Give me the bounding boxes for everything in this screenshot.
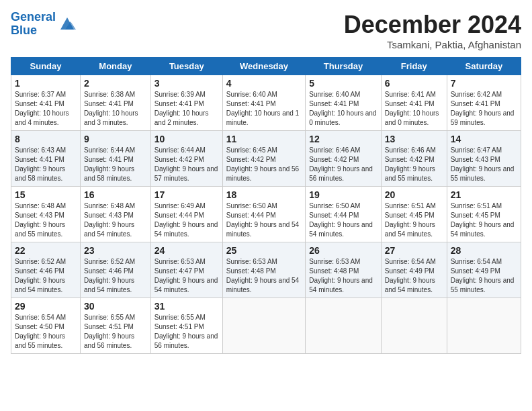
day-info: Sunrise: 6:55 AM Sunset: 4:51 PM Dayligh… — [154, 313, 219, 351]
table-row: 6Sunrise: 6:41 AM Sunset: 4:41 PM Daylig… — [381, 75, 447, 131]
day-number: 25 — [226, 245, 302, 256]
day-info: Sunrise: 6:40 AM Sunset: 4:41 PM Dayligh… — [226, 90, 302, 128]
table-row: 18Sunrise: 6:50 AM Sunset: 4:44 PM Dayli… — [222, 187, 306, 242]
col-header-friday: Friday — [381, 58, 447, 75]
day-info: Sunrise: 6:51 AM Sunset: 4:45 PM Dayligh… — [451, 201, 517, 239]
table-row — [222, 298, 306, 354]
day-info: Sunrise: 6:53 AM Sunset: 4:47 PM Dayligh… — [154, 257, 219, 295]
day-info: Sunrise: 6:44 AM Sunset: 4:42 PM Dayligh… — [154, 146, 219, 183]
day-info: Sunrise: 6:43 AM Sunset: 4:41 PM Dayligh… — [15, 146, 77, 183]
table-row: 31Sunrise: 6:55 AM Sunset: 4:51 PM Dayli… — [150, 298, 222, 354]
day-number: 19 — [309, 189, 377, 200]
day-number: 12 — [309, 134, 377, 144]
day-info: Sunrise: 6:54 AM Sunset: 4:50 PM Dayligh… — [15, 313, 77, 351]
day-number: 14 — [451, 134, 517, 144]
table-row: 1Sunrise: 6:37 AM Sunset: 4:41 PM Daylig… — [11, 75, 81, 131]
table-row: 8Sunrise: 6:43 AM Sunset: 4:41 PM Daylig… — [11, 131, 81, 187]
table-row: 27Sunrise: 6:54 AM Sunset: 4:49 PM Dayli… — [381, 242, 447, 298]
day-info: Sunrise: 6:52 AM Sunset: 4:46 PM Dayligh… — [84, 257, 147, 295]
day-info: Sunrise: 6:50 AM Sunset: 4:44 PM Dayligh… — [309, 201, 377, 239]
calendar-week-5: 29Sunrise: 6:54 AM Sunset: 4:50 PM Dayli… — [11, 298, 521, 354]
day-number: 15 — [15, 189, 77, 200]
logo-icon — [57, 16, 77, 32]
day-info: Sunrise: 6:44 AM Sunset: 4:41 PM Dayligh… — [84, 146, 147, 183]
day-number: 2 — [84, 78, 147, 89]
day-number: 21 — [451, 189, 517, 200]
table-row: 16Sunrise: 6:48 AM Sunset: 4:43 PM Dayli… — [81, 187, 151, 242]
day-number: 18 — [226, 189, 302, 200]
day-number: 29 — [15, 301, 77, 312]
day-info: Sunrise: 6:55 AM Sunset: 4:51 PM Dayligh… — [84, 313, 147, 351]
day-info: Sunrise: 6:52 AM Sunset: 4:46 PM Dayligh… — [15, 257, 77, 295]
day-number: 16 — [84, 189, 147, 200]
table-row: 26Sunrise: 6:53 AM Sunset: 4:48 PM Dayli… — [306, 242, 381, 298]
calendar-table: SundayMondayTuesdayWednesdayThursdayFrid… — [11, 57, 521, 354]
table-row: 12Sunrise: 6:46 AM Sunset: 4:42 PM Dayli… — [306, 131, 381, 187]
day-info: Sunrise: 6:40 AM Sunset: 4:41 PM Dayligh… — [309, 90, 377, 128]
day-number: 8 — [15, 134, 77, 144]
day-number: 11 — [226, 134, 302, 144]
table-row: 23Sunrise: 6:52 AM Sunset: 4:46 PM Dayli… — [81, 242, 151, 298]
table-row: 19Sunrise: 6:50 AM Sunset: 4:44 PM Dayli… — [306, 187, 381, 242]
day-number: 28 — [451, 245, 517, 256]
day-info: Sunrise: 6:45 AM Sunset: 4:42 PM Dayligh… — [226, 146, 302, 183]
col-header-wednesday: Wednesday — [222, 58, 306, 75]
table-row — [306, 298, 381, 354]
title-block: December 2024 Tsamkani, Paktia, Afghanis… — [344, 11, 521, 50]
table-row — [447, 298, 521, 354]
day-number: 27 — [385, 245, 443, 256]
day-info: Sunrise: 6:53 AM Sunset: 4:48 PM Dayligh… — [226, 257, 302, 295]
table-row: 28Sunrise: 6:54 AM Sunset: 4:49 PM Dayli… — [447, 242, 521, 298]
table-row: 2Sunrise: 6:38 AM Sunset: 4:41 PM Daylig… — [81, 75, 151, 131]
day-number: 3 — [154, 78, 219, 89]
table-row: 17Sunrise: 6:49 AM Sunset: 4:44 PM Dayli… — [150, 187, 222, 242]
calendar-week-3: 15Sunrise: 6:48 AM Sunset: 4:43 PM Dayli… — [11, 187, 521, 242]
table-row: 4Sunrise: 6:40 AM Sunset: 4:41 PM Daylig… — [222, 75, 306, 131]
table-row: 13Sunrise: 6:46 AM Sunset: 4:42 PM Dayli… — [381, 131, 447, 187]
page-header: General Blue December 2024 Tsamkani, Pak… — [11, 11, 521, 50]
day-number: 26 — [309, 245, 377, 256]
day-info: Sunrise: 6:46 AM Sunset: 4:42 PM Dayligh… — [309, 146, 377, 183]
day-info: Sunrise: 6:48 AM Sunset: 4:43 PM Dayligh… — [15, 201, 77, 239]
day-number: 6 — [385, 78, 443, 89]
table-row: 3Sunrise: 6:39 AM Sunset: 4:41 PM Daylig… — [150, 75, 222, 131]
col-header-monday: Monday — [81, 58, 151, 75]
table-row: 20Sunrise: 6:51 AM Sunset: 4:45 PM Dayli… — [381, 187, 447, 242]
calendar-week-1: 1Sunrise: 6:37 AM Sunset: 4:41 PM Daylig… — [11, 75, 521, 131]
table-row: 11Sunrise: 6:45 AM Sunset: 4:42 PM Dayli… — [222, 131, 306, 187]
table-row: 15Sunrise: 6:48 AM Sunset: 4:43 PM Dayli… — [11, 187, 81, 242]
day-info: Sunrise: 6:54 AM Sunset: 4:49 PM Dayligh… — [385, 257, 443, 295]
calendar-week-4: 22Sunrise: 6:52 AM Sunset: 4:46 PM Dayli… — [11, 242, 521, 298]
day-number: 24 — [154, 245, 219, 256]
table-row: 10Sunrise: 6:44 AM Sunset: 4:42 PM Dayli… — [150, 131, 222, 187]
table-row: 5Sunrise: 6:40 AM Sunset: 4:41 PM Daylig… — [306, 75, 381, 131]
logo: General Blue — [11, 11, 77, 38]
col-header-thursday: Thursday — [306, 58, 381, 75]
day-info: Sunrise: 6:50 AM Sunset: 4:44 PM Dayligh… — [226, 201, 302, 239]
day-info: Sunrise: 6:53 AM Sunset: 4:48 PM Dayligh… — [309, 257, 377, 295]
day-info: Sunrise: 6:49 AM Sunset: 4:44 PM Dayligh… — [154, 201, 219, 239]
day-number: 9 — [84, 134, 147, 144]
table-row: 29Sunrise: 6:54 AM Sunset: 4:50 PM Dayli… — [11, 298, 81, 354]
day-number: 1 — [15, 78, 77, 89]
col-header-sunday: Sunday — [11, 58, 81, 75]
table-row: 7Sunrise: 6:42 AM Sunset: 4:41 PM Daylig… — [447, 75, 521, 131]
logo-text: General Blue — [11, 11, 56, 38]
table-row: 9Sunrise: 6:44 AM Sunset: 4:41 PM Daylig… — [81, 131, 151, 187]
day-number: 31 — [154, 301, 219, 312]
table-row: 25Sunrise: 6:53 AM Sunset: 4:48 PM Dayli… — [222, 242, 306, 298]
day-info: Sunrise: 6:37 AM Sunset: 4:41 PM Dayligh… — [15, 90, 77, 128]
col-header-saturday: Saturday — [447, 58, 521, 75]
day-number: 20 — [385, 189, 443, 200]
day-number: 10 — [154, 134, 219, 144]
day-info: Sunrise: 6:42 AM Sunset: 4:41 PM Dayligh… — [451, 90, 517, 128]
day-number: 17 — [154, 189, 219, 200]
day-number: 23 — [84, 245, 147, 256]
day-info: Sunrise: 6:38 AM Sunset: 4:41 PM Dayligh… — [84, 90, 147, 128]
calendar-week-2: 8Sunrise: 6:43 AM Sunset: 4:41 PM Daylig… — [11, 131, 521, 187]
day-info: Sunrise: 6:54 AM Sunset: 4:49 PM Dayligh… — [451, 257, 517, 295]
month-title: December 2024 — [344, 11, 521, 39]
day-number: 30 — [84, 301, 147, 312]
table-row: 24Sunrise: 6:53 AM Sunset: 4:47 PM Dayli… — [150, 242, 222, 298]
col-header-tuesday: Tuesday — [150, 58, 222, 75]
